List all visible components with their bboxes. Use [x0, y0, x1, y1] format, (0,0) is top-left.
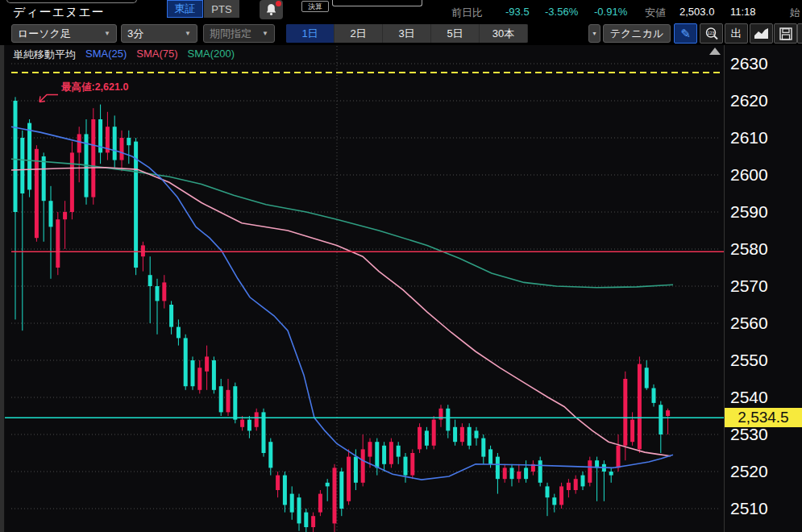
low-label: 安値 [645, 6, 666, 20]
open-label: 始 [790, 6, 800, 20]
range-value: 期間指定 [210, 27, 251, 41]
kessan-badge: 決算 [301, 1, 329, 12]
stock-chart-app: 単純移動平均 SMA(25) SMA(75) SMA(200) 最高値:2,62… [0, 0, 802, 532]
y-axis-label: 2620 [730, 91, 768, 110]
chart-toolbar: ローソク足 ▼ 3分 ▼ 期間指定 ▼ 1日 2日 3日 5日 30本 ▼ テク… [0, 22, 802, 45]
y-axis-label: 2530 [730, 425, 768, 444]
current-price-badge: 2,534.5 [725, 408, 802, 427]
period-1day[interactable]: 1日 [286, 24, 335, 43]
technical-button[interactable]: テクニカル [603, 24, 671, 43]
legend-sma75: SMA(75) [136, 48, 177, 62]
price-axis[interactable]: 2630262026102600259025802570256025502540… [725, 45, 802, 532]
export-button[interactable]: 出 [725, 23, 748, 44]
y-axis-label: 2590 [730, 202, 768, 222]
change-value: -93.5 [505, 6, 530, 18]
sma200-line [11, 159, 673, 288]
y-axis-label: 2550 [730, 351, 768, 370]
save-button[interactable] [774, 23, 797, 44]
bell-notification-dot [276, 1, 281, 6]
y-axis-label: 2580 [730, 239, 768, 259]
chart-type-value: ローソク足 [18, 27, 71, 41]
legend-sma200: SMA(200) [188, 48, 235, 62]
chevron-down-icon: ▼ [262, 30, 268, 37]
zoom-123-button[interactable]: 123 [700, 23, 723, 44]
market-tab-tosho[interactable]: 東証 [167, 0, 203, 18]
session-high-annotation: 最高値:2,621.0 [61, 81, 128, 94]
sma25-line [11, 127, 673, 480]
period-30bars[interactable]: 30本 [480, 24, 528, 43]
interval-select[interactable]: 3分 ▼ [121, 24, 197, 43]
chart-region: 単純移動平均 SMA(25) SMA(75) SMA(200) 最高値:2,62… [0, 45, 802, 532]
pts-change-percent: -0.91% [594, 6, 627, 18]
open-folder-button[interactable] [797, 23, 802, 44]
period-5day[interactable]: 5日 [431, 24, 480, 43]
sma-legend: 単純移動平均 SMA(25) SMA(75) SMA(200) [13, 48, 235, 62]
y-axis-label: 2540 [730, 388, 768, 407]
legend-title: 単純移動平均 [13, 48, 76, 62]
scroll-up-icon[interactable] [709, 48, 721, 55]
export-icon: 出 [731, 27, 742, 41]
period-button-group: 1日 2日 3日 5日 30本 [286, 24, 528, 43]
chevron-down-icon: ▼ [185, 30, 191, 37]
alert-bell-button[interactable] [260, 0, 283, 19]
y-axis-label: 2560 [730, 314, 768, 333]
y-axis-label: 2600 [730, 165, 768, 185]
zoom-123-icon: 123 [704, 27, 719, 41]
chevron-down-icon: ▼ [104, 30, 110, 37]
chart-type-select[interactable]: ローソク足 ▼ [11, 24, 117, 43]
chart-canvas[interactable] [0, 45, 802, 532]
window-edge-strip [0, 0, 5, 532]
header-bar: ディーエヌエー 東証 PTS 決算 前日比 -93.5 -3.56% -0.91… [0, 0, 802, 22]
period-2day[interactable]: 2日 [335, 24, 383, 43]
pencil-icon: ✎ [680, 27, 691, 41]
y-axis-label: 2630 [730, 54, 768, 73]
period-more-dropdown[interactable]: ▼ [588, 24, 600, 43]
high-annotation-arrow [39, 94, 58, 102]
tab-remnant [6, 0, 137, 3]
input-remnant [332, 0, 422, 6]
y-axis-label: 2510 [730, 499, 768, 518]
low-time: 11:18 [730, 6, 756, 18]
y-axis-label: 2520 [730, 462, 768, 481]
area-chart-icon [754, 28, 769, 39]
interval-value: 3分 [127, 27, 143, 41]
chevron-down-icon: ▼ [592, 31, 597, 36]
prev-diff-label: 前日比 [451, 6, 483, 20]
market-tab-pts[interactable]: PTS [204, 0, 239, 18]
range-select[interactable]: 期間指定 ▼ [203, 24, 275, 43]
area-chart-button[interactable] [750, 23, 773, 44]
y-axis-label: 2570 [730, 276, 768, 296]
save-icon [779, 27, 792, 40]
svg-text:123: 123 [707, 30, 714, 35]
change-percent: -3.56% [545, 6, 578, 18]
symbol-name: ディーエヌエー [13, 5, 105, 20]
draw-pencil-button[interactable]: ✎ [674, 23, 697, 44]
legend-sma25: SMA(25) [85, 48, 127, 62]
low-value: 2,503.0 [679, 6, 714, 18]
y-axis-label: 2610 [730, 128, 768, 148]
sma75-line [11, 168, 671, 456]
period-3day[interactable]: 3日 [383, 24, 431, 43]
